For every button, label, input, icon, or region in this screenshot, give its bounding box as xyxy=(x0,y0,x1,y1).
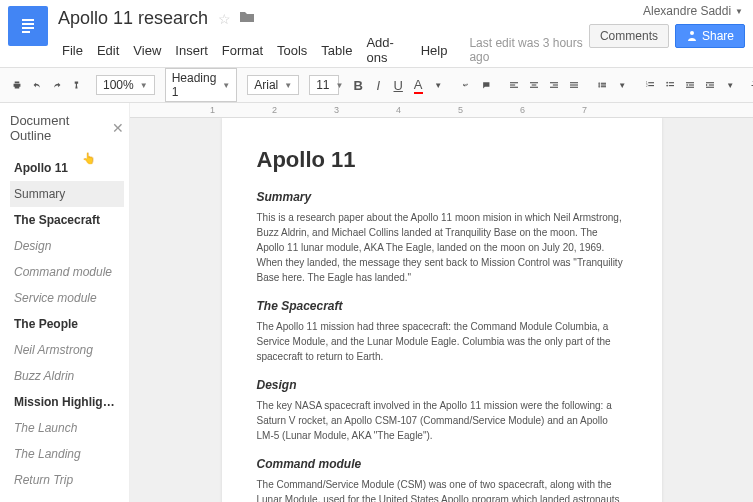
list-more-icon[interactable]: ▼ xyxy=(721,77,739,94)
account-name[interactable]: Alexandre Saddi ▼ xyxy=(643,4,743,18)
section-body[interactable]: This is a research paper about the Apoll… xyxy=(257,210,627,285)
outline-item[interactable]: Summary xyxy=(10,181,124,207)
section-body[interactable]: The Apollo 11 mission had three spacecra… xyxy=(257,319,627,364)
section-heading[interactable]: The Spacecraft xyxy=(257,297,627,315)
link-icon[interactable] xyxy=(457,74,475,96)
bold-icon[interactable]: B xyxy=(349,74,367,97)
svg-rect-23 xyxy=(648,85,654,86)
svg-rect-1 xyxy=(22,19,34,21)
ruler[interactable]: 1234567 xyxy=(130,103,753,118)
style-select[interactable]: Heading 1▼ xyxy=(165,68,238,102)
document-title[interactable]: Apollo 11 research xyxy=(56,6,210,31)
svg-rect-11 xyxy=(550,82,558,83)
svg-rect-19 xyxy=(601,86,606,87)
decrease-indent-icon[interactable] xyxy=(681,74,699,96)
last-edit: Last edit was 3 hours ago xyxy=(463,34,589,66)
align-center-icon[interactable] xyxy=(525,74,543,96)
align-justify-icon[interactable] xyxy=(565,74,583,96)
svg-rect-22 xyxy=(648,82,654,83)
outline-item[interactable]: Design xyxy=(10,233,124,259)
svg-point-25 xyxy=(666,85,668,87)
menu-tools[interactable]: Tools xyxy=(271,41,313,60)
cursor-icon: 👆 xyxy=(82,152,96,165)
undo-icon[interactable] xyxy=(28,74,46,96)
svg-rect-12 xyxy=(553,84,558,85)
svg-point-24 xyxy=(666,82,668,84)
redo-icon[interactable] xyxy=(48,74,66,96)
menu-format[interactable]: Format xyxy=(216,41,269,60)
close-icon[interactable]: ✕ xyxy=(112,120,124,136)
outline-item[interactable]: The Landing xyxy=(10,441,124,467)
numbered-list-icon[interactable]: 12 xyxy=(641,74,659,96)
clear-format-icon[interactable]: Tx xyxy=(749,74,753,97)
svg-text:2: 2 xyxy=(646,84,648,88)
more-text-icon[interactable]: ▼ xyxy=(429,77,447,94)
outline-item[interactable]: Service module xyxy=(10,285,124,311)
page[interactable]: Apollo 11 SummaryThis is a research pape… xyxy=(222,118,662,502)
outline-item[interactable]: Mission Highlights xyxy=(10,389,124,415)
section-body[interactable]: The Command/Service Module (CSM) was one… xyxy=(257,477,627,502)
doc-h1[interactable]: Apollo 11 xyxy=(257,143,627,176)
svg-rect-15 xyxy=(570,84,578,85)
underline-icon[interactable]: U xyxy=(389,74,407,97)
menu-insert[interactable]: Insert xyxy=(169,41,214,60)
print-icon[interactable] xyxy=(8,74,26,96)
document-outline: Document Outline ✕ Apollo 11SummaryThe S… xyxy=(0,103,130,502)
svg-rect-26 xyxy=(669,82,674,83)
line-spacing-more-icon[interactable]: ▼ xyxy=(613,77,631,94)
svg-rect-16 xyxy=(570,87,578,88)
line-spacing-icon[interactable] xyxy=(593,74,611,96)
svg-rect-33 xyxy=(706,87,714,88)
outline-item[interactable]: Return Trip xyxy=(10,467,124,493)
menu-file[interactable]: File xyxy=(56,41,89,60)
comments-button[interactable]: Comments xyxy=(589,24,669,48)
bulleted-list-icon[interactable] xyxy=(661,74,679,96)
svg-rect-28 xyxy=(686,82,694,83)
outline-item[interactable]: Neil Armstrong xyxy=(10,337,124,363)
italic-icon[interactable]: I xyxy=(369,74,387,97)
menu-help[interactable]: Help xyxy=(415,41,454,60)
svg-rect-10 xyxy=(530,87,538,88)
menu-view[interactable]: View xyxy=(127,41,167,60)
outline-item[interactable]: Buzz Aldrin xyxy=(10,363,124,389)
outline-item[interactable]: The People xyxy=(10,311,124,337)
document-canvas[interactable]: 1234567 Apollo 11 SummaryThis is a resea… xyxy=(130,103,753,502)
toolbar: 100%▼ Heading 1▼ Arial▼ 11▼ B I U A ▼ ▼ … xyxy=(0,68,753,103)
increase-indent-icon[interactable] xyxy=(701,74,719,96)
svg-rect-14 xyxy=(570,82,578,83)
zoom-select[interactable]: 100%▼ xyxy=(96,75,155,95)
svg-rect-0 xyxy=(18,13,38,39)
share-button[interactable]: Share xyxy=(675,24,745,48)
svg-rect-6 xyxy=(510,84,515,85)
align-left-icon[interactable] xyxy=(505,74,523,96)
outline-item[interactable]: Command module xyxy=(10,259,124,285)
menu-edit[interactable]: Edit xyxy=(91,41,125,60)
svg-rect-4 xyxy=(22,31,30,33)
section-heading[interactable]: Design xyxy=(257,376,627,394)
star-icon[interactable]: ☆ xyxy=(218,11,231,27)
svg-rect-30 xyxy=(686,87,694,88)
svg-rect-9 xyxy=(532,84,537,85)
section-heading[interactable]: Command module xyxy=(257,455,627,473)
svg-rect-27 xyxy=(669,85,674,86)
svg-rect-8 xyxy=(530,82,538,83)
outline-item[interactable]: The Launch xyxy=(10,415,124,441)
outline-item[interactable]: The Spacecraft xyxy=(10,207,124,233)
align-right-icon[interactable] xyxy=(545,74,563,96)
svg-rect-31 xyxy=(706,82,714,83)
font-select[interactable]: Arial▼ xyxy=(247,75,299,95)
paint-format-icon[interactable] xyxy=(68,74,86,96)
folder-icon[interactable] xyxy=(239,10,255,27)
menu-table[interactable]: Table xyxy=(315,41,358,60)
section-heading[interactable]: Summary xyxy=(257,188,627,206)
docs-logo[interactable] xyxy=(8,6,48,46)
outline-item[interactable]: Apollo 11 xyxy=(10,155,124,181)
svg-rect-17 xyxy=(601,83,606,84)
size-select[interactable]: 11▼ xyxy=(309,75,339,95)
menu-add-ons[interactable]: Add-ons xyxy=(360,33,412,67)
section-body[interactable]: The key NASA spacecraft involved in the … xyxy=(257,398,627,443)
comment-icon[interactable] xyxy=(477,74,495,96)
outline-title: Document Outline xyxy=(10,113,112,143)
svg-rect-18 xyxy=(601,84,606,85)
text-color-icon[interactable]: A xyxy=(409,73,427,98)
